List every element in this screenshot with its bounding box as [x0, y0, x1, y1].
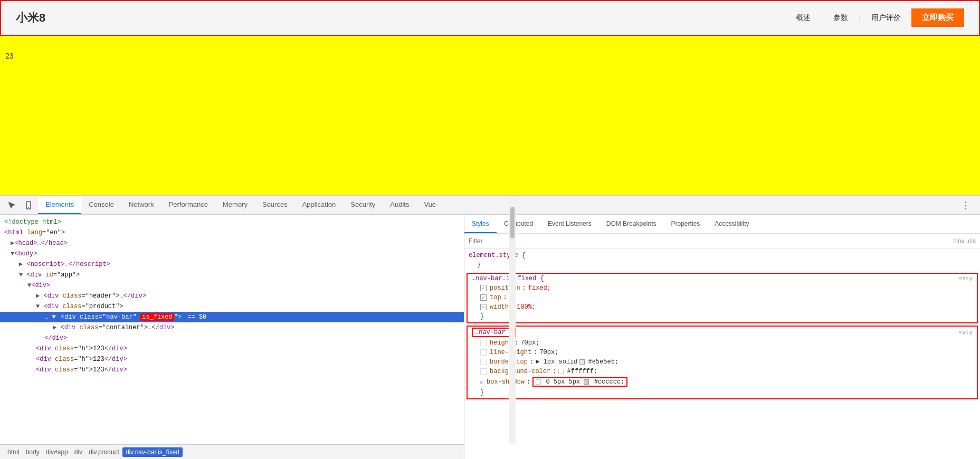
dom-line-body[interactable]: ▼<body>	[0, 248, 464, 259]
prop-value-height: 70px;	[520, 339, 539, 347]
checkbox-box-shadow[interactable]: ☑	[480, 379, 483, 385]
is-fixed-highlight: is_fixed	[140, 313, 174, 321]
page-logo: 小米8	[16, 10, 45, 26]
dom-line-noscript[interactable]: ▶ <noscript>…</noscript>	[0, 259, 464, 270]
breadcrumb-div-nav-bar[interactable]: div.nav-bar.is_fixed	[122, 447, 183, 457]
styles-tabs: Styles Computed Event Listeners DOM Brea…	[464, 215, 980, 234]
styles-tab-event-listeners[interactable]: Event Listeners	[540, 215, 599, 233]
element-style-selector: element.style {	[464, 251, 980, 260]
dom-line-head[interactable]: ▶<head>…</head>	[0, 238, 464, 248]
tab-elements[interactable]: Elements	[38, 196, 81, 214]
color-swatch-ffffff[interactable]	[558, 369, 564, 374]
dom-panel: <!doctype html> <html lang="en"> ▶<head>…	[0, 215, 464, 459]
dom-line-div-app[interactable]: ▼ <div id="app">	[0, 270, 464, 280]
styles-filter: :hov .cls	[464, 234, 980, 248]
page-content-area: 23	[0, 36, 980, 195]
devtools-toolbar: Elements Console Network Performance Mem…	[0, 196, 980, 215]
checkbox-border-top[interactable]	[480, 359, 487, 365]
tab-network[interactable]: Network	[121, 196, 161, 214]
dom-content: <!doctype html> <html lang="en"> ▶<head>…	[0, 215, 464, 444]
box-shadow-value-highlight: 0 5px 5px #cccccc;	[532, 377, 627, 387]
checkbox-line-height[interactable]	[480, 349, 487, 356]
tab-application[interactable]: Application	[295, 196, 344, 214]
nav-bar-is-fixed-prop-position: ✓ position : fixed;	[468, 283, 977, 293]
nav-bar-prop-line-height: line-height : 70px;	[468, 348, 977, 357]
nav-link-overview[interactable]: 概述	[796, 13, 811, 23]
tab-memory[interactable]: Memory	[215, 196, 255, 214]
color-swatch-shadow[interactable]	[536, 379, 541, 385]
checkbox-bg-color[interactable]	[480, 368, 487, 375]
styles-panel: Styles Computed Event Listeners DOM Brea…	[464, 215, 980, 459]
dom-line-div[interactable]: ▼<div>	[0, 280, 464, 291]
prop-value-bg-color: #ffffff;	[567, 368, 597, 375]
styles-tab-computed[interactable]: Computed	[497, 215, 540, 233]
element-style-close: }	[464, 260, 980, 271]
styles-tab-styles[interactable]: Styles	[464, 215, 497, 233]
dom-line-doctype[interactable]: <!doctype html>	[0, 217, 464, 227]
nav-link-specs[interactable]: 参数	[833, 13, 848, 23]
device-toolbar-button[interactable]	[21, 198, 36, 213]
dom-line-container[interactable]: ▶ <div class="container">…</div>	[0, 322, 464, 333]
element-style-rule: element.style { }	[464, 251, 980, 271]
nav-bar-prop-bg-color: background-color : #ffffff;	[468, 367, 977, 376]
tab-performance[interactable]: Performance	[161, 196, 215, 214]
styles-tab-dom-breakpoints[interactable]: DOM Breakpoints	[599, 215, 664, 233]
tab-console[interactable]: Console	[81, 196, 121, 214]
nav-bar-is-fixed-prop-top: ✓ top : 0;	[468, 293, 977, 302]
checkbox-position[interactable]: ✓	[480, 285, 487, 291]
tab-security[interactable]: Security	[343, 196, 383, 214]
prop-value-border-top: ► 1px solid	[536, 358, 577, 366]
nav-bar-is-fixed-prop-width: ✓ width : 100%;	[468, 302, 977, 312]
buy-button[interactable]: 立即购买	[911, 8, 964, 27]
breadcrumb-html[interactable]: html	[4, 447, 23, 457]
styles-tab-accessibility[interactable]: Accessibility	[707, 215, 756, 233]
dom-line-h1[interactable]: <div class="h">123</div>	[0, 343, 464, 354]
dom-line-html[interactable]: <html lang="en">	[0, 227, 464, 238]
nav-bar-is-fixed-selector: .nav-bar.is_fixed {	[472, 275, 544, 282]
nav-bar-selector-row: .nav-bar { <sty	[468, 327, 977, 338]
styles-tab-properties[interactable]: Properties	[663, 215, 707, 233]
breadcrumb-body[interactable]: body	[23, 447, 43, 457]
dom-line-h3[interactable]: <div class="h">123</div>	[0, 365, 464, 375]
breadcrumb-div-product[interactable]: div.product	[85, 447, 122, 457]
styles-filter-hov-cls[interactable]: :hov .cls	[953, 237, 976, 245]
checkbox-top[interactable]: ✓	[480, 294, 487, 301]
dom-line-product[interactable]: ▼ <div class="product">	[0, 301, 464, 312]
prop-value-position: fixed;	[528, 284, 551, 292]
tab-audits[interactable]: Audits	[383, 196, 416, 214]
checkbox-height[interactable]	[480, 340, 487, 346]
dom-line-header[interactable]: ▶ <div class="header">…</div>	[0, 291, 464, 301]
page-nav: 小米8 概述 | 参数 | 用户评价 立即购买	[0, 0, 980, 36]
nav-bar-close: }	[468, 388, 977, 398]
nav-bar-is-fixed-source: <sty	[959, 275, 973, 282]
prop-value-width: 100%;	[517, 303, 536, 311]
styles-content: element.style { } .nav-bar.is_fixed { <s…	[464, 248, 980, 459]
nav-bar-rule: .nav-bar { <sty height : 70px; line-heig…	[467, 326, 978, 399]
breadcrumb-div[interactable]: div	[71, 447, 85, 457]
tab-sources[interactable]: Sources	[255, 196, 295, 214]
nav-bar-prop-box-shadow: ☑ box-shadow : 0 5px 5px #cccccc;	[468, 376, 977, 388]
nav-bar-is-fixed-selector-row: .nav-bar.is_fixed { <sty	[468, 274, 977, 283]
devtools-main: <!doctype html> <html lang="en"> ▶<head>…	[0, 215, 980, 459]
more-tabs-button[interactable]: ⋮	[956, 196, 976, 214]
dom-line-close-div[interactable]: </div>	[0, 333, 464, 343]
nav-bar-prop-border-top: border-top : ► 1px solid #e5e5e5;	[468, 357, 977, 367]
breadcrumb-div-app[interactable]: div#app	[43, 447, 71, 457]
dom-line-nav-bar[interactable]: … ▼ <div class="nav-bar" is_fixed"> == $…	[0, 312, 464, 322]
tab-vue[interactable]: Vue	[416, 196, 443, 214]
browser-page: 小米8 概述 | 参数 | 用户评价 立即购买 23	[0, 0, 980, 195]
nav-bar-source: <sty	[959, 329, 973, 336]
breadcrumb-bar: html body div#app div div.product div.na…	[0, 444, 464, 459]
nav-sep-2: |	[859, 14, 861, 22]
color-swatch-cccccc[interactable]	[584, 379, 589, 385]
nav-link-reviews[interactable]: 用户评价	[871, 13, 901, 23]
color-swatch-e5e5e5[interactable]	[579, 359, 585, 365]
page-nav-links: 概述 | 参数 | 用户评价 立即购买	[796, 8, 964, 27]
checkbox-width[interactable]: ✓	[480, 304, 487, 310]
nav-sep-1: |	[821, 14, 823, 22]
styles-filter-input[interactable]	[469, 237, 953, 245]
svg-point-1	[28, 207, 29, 208]
dom-line-h2[interactable]: <div class="h">123</div>	[0, 354, 464, 365]
nav-bar-is-fixed-close: }	[468, 312, 977, 322]
cursor-tool-button[interactable]	[4, 198, 19, 213]
